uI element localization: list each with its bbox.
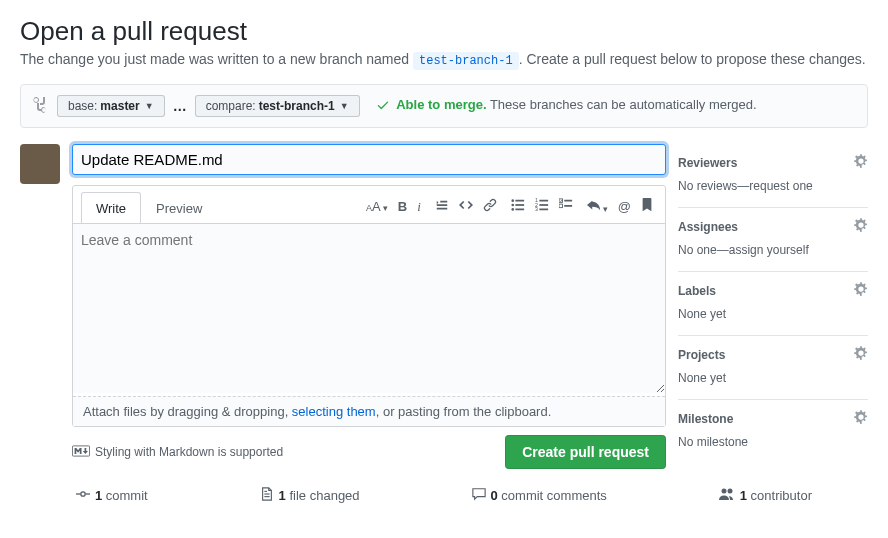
bold-icon[interactable]: B	[398, 199, 407, 214]
stat-files[interactable]: 1 file changed	[260, 487, 360, 504]
check-icon	[376, 98, 390, 115]
sidebar-assignees: Assignees No one—assign yourself	[678, 208, 868, 272]
user-avatar[interactable]	[20, 144, 60, 184]
files-icon	[260, 487, 274, 504]
code-icon[interactable]	[459, 198, 473, 215]
gear-icon[interactable]	[854, 410, 868, 427]
text-size-icon[interactable]: AA▾	[366, 199, 388, 214]
gear-icon[interactable]	[854, 154, 868, 171]
page-title: Open a pull request	[20, 16, 868, 47]
comment-textarea[interactable]	[73, 223, 665, 393]
stat-commits[interactable]: 1 commit	[76, 487, 148, 504]
assign-yourself-link[interactable]: assign yourself	[729, 243, 809, 257]
gear-icon[interactable]	[854, 218, 868, 235]
italic-icon[interactable]: i	[417, 199, 421, 215]
pr-title-input[interactable]	[72, 144, 666, 175]
base-branch-selector[interactable]: base: master▼	[57, 95, 165, 117]
svg-point-17	[81, 492, 85, 496]
compare-icon	[33, 97, 49, 116]
svg-point-23	[721, 489, 726, 494]
svg-point-2	[511, 208, 514, 211]
reply-icon[interactable]: ▾	[587, 198, 608, 215]
tab-preview[interactable]: Preview	[141, 192, 217, 224]
task-list-icon[interactable]	[559, 198, 573, 215]
tab-write[interactable]: Write	[81, 192, 141, 224]
people-icon	[719, 487, 735, 504]
svg-rect-5	[515, 209, 524, 211]
sidebar-labels: Labels None yet	[678, 272, 868, 336]
svg-text:3: 3	[535, 206, 538, 212]
merge-status: Able to merge. These branches can be aut…	[376, 97, 757, 114]
svg-rect-13	[564, 200, 572, 202]
unordered-list-icon[interactable]	[511, 198, 525, 215]
branch-compare-bar: base: master▼ … compare: test-branch-1▼ …	[20, 84, 868, 128]
sidebar-reviewers: Reviewers No reviews—request one	[678, 144, 868, 208]
ordered-list-icon[interactable]: 123	[535, 198, 549, 215]
sidebar-projects: Projects None yet	[678, 336, 868, 400]
svg-rect-9	[539, 200, 548, 202]
gear-icon[interactable]	[854, 282, 868, 299]
link-icon[interactable]	[483, 198, 497, 215]
attach-hint[interactable]: Attach files by dragging & dropping, sel…	[73, 396, 665, 426]
caret-down-icon: ▼	[145, 101, 154, 111]
commits-icon	[76, 487, 90, 504]
caret-down-icon: ▼	[340, 101, 349, 111]
svg-rect-14	[559, 204, 563, 208]
svg-point-1	[511, 204, 514, 207]
stats-bar: 1 commit 1 file changed 0 commit comment…	[20, 469, 868, 506]
svg-rect-3	[515, 200, 524, 202]
select-files-link[interactable]: selecting them	[292, 404, 376, 419]
editor-toolbar: AA▾ B i	[366, 198, 657, 217]
svg-point-24	[727, 489, 732, 494]
page-subheading: The change you just made was written to …	[20, 51, 868, 68]
new-branch-name: test-branch-1	[413, 52, 519, 70]
stat-contributors[interactable]: 1 contributor	[719, 487, 812, 504]
gear-icon[interactable]	[854, 346, 868, 363]
bookmark-icon[interactable]	[641, 198, 653, 215]
svg-point-0	[511, 199, 514, 202]
mention-icon[interactable]: @	[618, 199, 631, 214]
compare-branch-selector[interactable]: compare: test-branch-1▼	[195, 95, 360, 117]
sidebar-milestone: Milestone No milestone	[678, 400, 868, 463]
create-pr-button[interactable]: Create pull request	[505, 435, 666, 469]
ellipsis-icon: …	[173, 98, 187, 114]
comment-editor: Write Preview AA▾ B i	[72, 185, 666, 427]
markdown-hint[interactable]: Styling with Markdown is supported	[72, 445, 283, 460]
stat-comments[interactable]: 0 commit comments	[472, 487, 607, 504]
comment-icon	[472, 487, 486, 504]
svg-rect-4	[515, 204, 524, 206]
markdown-icon	[72, 445, 90, 460]
quote-icon[interactable]	[435, 198, 449, 215]
svg-rect-11	[539, 209, 548, 211]
svg-rect-15	[564, 205, 572, 207]
svg-rect-10	[539, 204, 548, 206]
